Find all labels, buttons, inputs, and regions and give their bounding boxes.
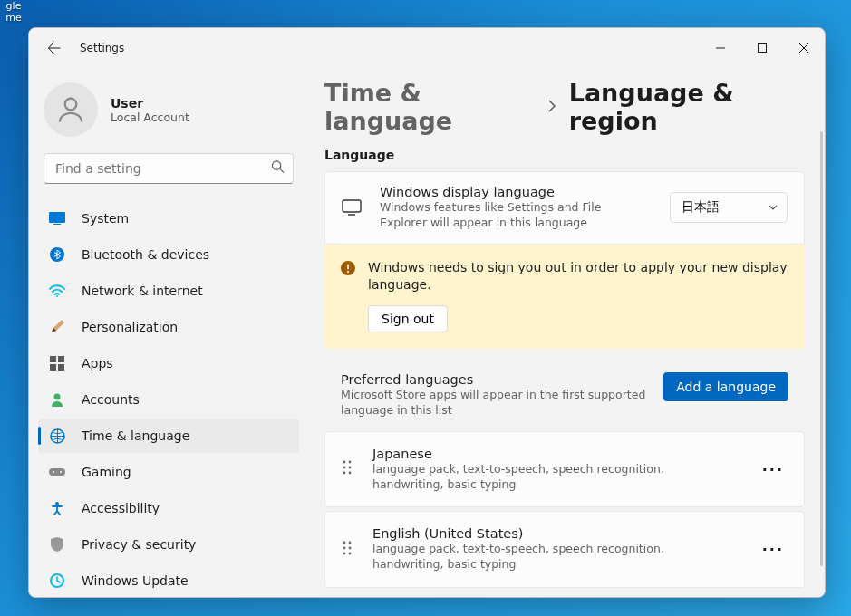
user-name: User <box>111 96 189 111</box>
svg-rect-8 <box>58 356 64 362</box>
nav-windows-update[interactable]: Windows Update <box>38 563 299 597</box>
breadcrumb-current: Language & region <box>569 79 805 135</box>
search-box <box>44 153 294 184</box>
settings-window: Settings User Local Account <box>28 27 826 598</box>
svg-point-22 <box>343 461 346 464</box>
breadcrumb-parent[interactable]: Time & language <box>324 79 535 135</box>
search-input[interactable] <box>44 153 294 184</box>
svg-rect-13 <box>49 468 65 476</box>
nav-time-language[interactable]: Time & language <box>38 419 299 453</box>
globe-clock-icon <box>49 428 65 444</box>
search-icon <box>271 160 285 178</box>
person-icon <box>54 93 87 126</box>
minimize-button[interactable] <box>700 28 741 68</box>
nav-label: Gaming <box>82 465 131 479</box>
monitor-icon <box>342 199 362 216</box>
svg-point-14 <box>53 471 54 473</box>
language-text: Japanese language pack, text-to-speech, … <box>372 447 739 493</box>
gamepad-icon <box>49 464 65 480</box>
desktop-shortcut[interactable]: gle me <box>0 0 27 24</box>
section-language-label: Language <box>324 148 805 162</box>
shield-icon <box>49 536 65 553</box>
brush-icon <box>49 319 65 335</box>
display-language-title: Windows display language <box>380 185 652 199</box>
add-language-button[interactable]: Add a language <box>663 372 788 401</box>
display-language-text: Windows display language Windows feature… <box>380 185 652 231</box>
nav-label: Time & language <box>82 428 189 443</box>
window-body: User Local Account System Bluetooth & de… <box>29 68 825 597</box>
more-options-button[interactable]: ··· <box>759 537 788 562</box>
svg-rect-4 <box>53 224 61 225</box>
chevron-down-icon <box>769 205 778 210</box>
language-item[interactable]: English (United States) language pack, t… <box>324 511 805 588</box>
desktop-shortcut-text1: gle <box>6 0 22 12</box>
sign-out-button[interactable]: Sign out <box>368 305 448 332</box>
nav-label: Network & internet <box>82 284 203 298</box>
svg-rect-0 <box>759 44 767 53</box>
accessibility-icon <box>49 500 65 516</box>
svg-point-26 <box>343 472 346 475</box>
language-name: Japanese <box>372 447 739 461</box>
svg-point-23 <box>349 461 352 464</box>
svg-rect-3 <box>49 212 65 223</box>
nav-label: System <box>82 211 129 226</box>
nav-apps[interactable]: Apps <box>38 346 299 380</box>
maximize-button[interactable] <box>741 28 783 68</box>
nav-privacy[interactable]: Privacy & security <box>38 527 299 562</box>
svg-point-29 <box>349 541 352 544</box>
wifi-icon <box>49 283 65 299</box>
nav: System Bluetooth & devices Network & int… <box>29 200 308 597</box>
user-block[interactable]: User Local Account <box>29 75 308 153</box>
drag-handle-icon[interactable] <box>342 540 353 560</box>
svg-point-31 <box>349 546 352 549</box>
scrollbar[interactable] <box>820 131 823 566</box>
nav-label: Personalization <box>82 320 178 334</box>
desktop-shortcut-text2: me <box>5 12 21 24</box>
drag-handle-icon[interactable] <box>342 459 353 479</box>
display-language-selected: 日本語 <box>682 199 720 216</box>
user-account-type: Local Account <box>111 111 189 124</box>
signout-banner: Windows needs to sign you out in order t… <box>324 245 805 349</box>
display-language-dropdown[interactable]: 日本語 <box>670 192 788 223</box>
svg-point-25 <box>349 467 352 469</box>
window-title: Settings <box>80 42 124 54</box>
banner-message: Windows needs to sign you out in order t… <box>368 259 788 294</box>
svg-point-21 <box>347 271 349 273</box>
nav-accessibility[interactable]: Accessibility <box>38 491 299 525</box>
nav-gaming[interactable]: Gaming <box>38 455 299 489</box>
nav-system[interactable]: System <box>38 201 299 236</box>
titlebar: Settings <box>29 28 825 68</box>
nav-label: Accessibility <box>82 501 160 515</box>
nav-label: Accounts <box>82 392 140 407</box>
display-language-desc: Windows features like Settings and File … <box>380 200 652 231</box>
language-item[interactable]: Japanese language pack, text-to-speech, … <box>324 431 805 508</box>
maximize-icon <box>758 43 767 53</box>
svg-rect-9 <box>50 364 56 371</box>
main-content: Time & language Language & region Langua… <box>308 68 825 597</box>
language-features: language pack, text-to-speech, speech re… <box>372 462 739 493</box>
sidebar: User Local Account System Bluetooth & de… <box>29 68 308 597</box>
nav-bluetooth[interactable]: Bluetooth & devices <box>38 237 299 272</box>
account-icon <box>49 391 65 408</box>
apps-icon <box>49 355 65 371</box>
svg-point-15 <box>60 471 62 473</box>
avatar <box>44 82 98 137</box>
window-controls <box>700 28 825 68</box>
svg-point-33 <box>349 552 352 554</box>
nav-accounts[interactable]: Accounts <box>38 382 299 417</box>
close-button[interactable] <box>783 28 825 68</box>
update-icon <box>49 573 65 589</box>
nav-personalization[interactable]: Personalization <box>38 310 299 344</box>
more-options-button[interactable]: ··· <box>759 457 788 482</box>
svg-rect-10 <box>58 364 64 371</box>
breadcrumb: Time & language Language & region <box>324 79 805 135</box>
svg-rect-20 <box>347 264 349 269</box>
svg-point-1 <box>65 99 77 111</box>
svg-point-24 <box>343 467 346 469</box>
language-text: English (United States) language pack, t… <box>372 526 739 573</box>
nav-label: Windows Update <box>82 573 189 588</box>
back-button[interactable] <box>40 34 69 63</box>
nav-network[interactable]: Network & internet <box>38 274 299 308</box>
svg-point-11 <box>54 394 61 400</box>
svg-rect-7 <box>50 356 56 362</box>
